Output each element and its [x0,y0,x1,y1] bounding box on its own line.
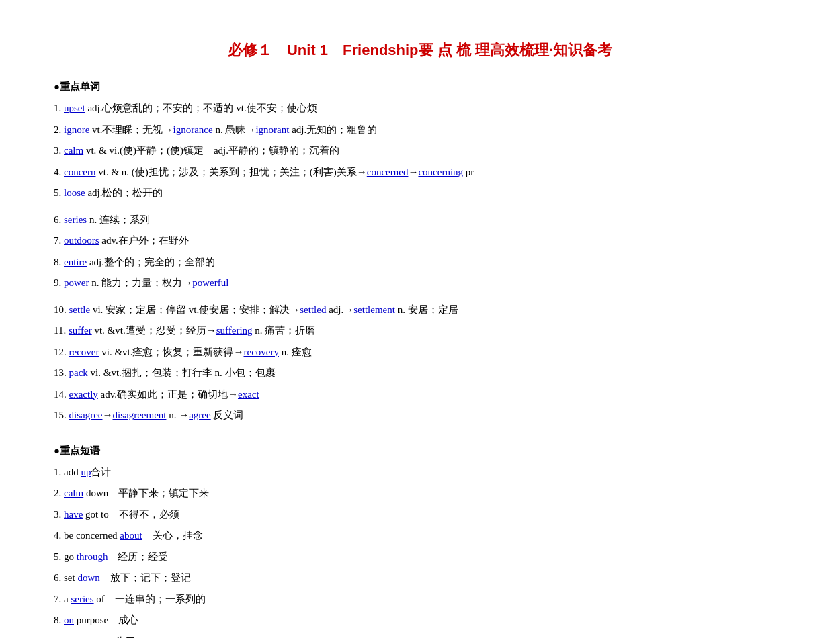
vocab-item: 5. loose adj.松的；松开的 [54,185,786,202]
vocab-word[interactable]: upset [64,103,85,113]
page-title: 必修１ Unit 1 Friendship要 点 梳 理高效梳理·知识备考 [54,40,786,60]
phrase-num: 5. [54,551,64,562]
phrase-pre: add [64,467,81,477]
vocab-deriv-sep: n. 痊愈 [279,347,312,357]
item-num: 4. [54,167,64,177]
vocab-item: 11. suffer vt. &vt.遭受；忍受；经历→suffering n.… [54,322,786,340]
vocab-item: 15. disagree→disagreement n. →agree 反义词 [54,407,786,424]
phrase-list: 1. add up合计2. calm down 平静下来；镇定下来3. have… [54,464,786,639]
vocab-word[interactable]: settle [69,304,91,315]
vocab-deriv-sep: n. 安居；定居 [395,304,458,315]
vocab-deriv[interactable]: ignorant [255,124,289,135]
vocab-item: 12. recover vi. &vt.痊愈；恢复；重新获得→recovery … [54,344,786,361]
phrase-post: 经历；经受 [108,551,168,562]
phrase-link-word[interactable]: through [77,551,108,562]
vocab-item: 9. power n. 能力；力量；权力→powerful [54,275,786,292]
phrase-link-word[interactable]: series [71,594,93,604]
item-num: 10. [54,304,69,315]
vocab-deriv[interactable]: settled [300,304,326,315]
vocab-def: vi. &vt.痊愈；恢复；重新获得→ [99,347,243,357]
vocab-deriv-sep: 反义词 [211,410,244,420]
vocab-def: vt. & n. (使)担忧；涉及；关系到；担忧；关注；(利害)关系→ [95,167,366,177]
item-num: 11. [54,325,69,336]
vocab-deriv-sep: n. → [166,410,189,420]
vocab-item: 8. entire adj.整个的；完全的；全部的 [54,254,786,271]
phrase-num: 3. [54,509,64,520]
vocab-word[interactable]: disagree [69,410,103,420]
vocab-item: 1. upset adj.心烦意乱的；不安的；不适的 vt.使不安；使心烦 [54,100,786,118]
vocab-def: adj.心烦意乱的；不安的；不适的 vt.使不安；使心烦 [85,103,317,113]
vocab-word[interactable]: power [64,277,89,288]
phrase-item: 9. in order to 为了…… [54,633,786,639]
item-num: 7. [54,235,64,246]
phrase-item: 4. be concerned about 关心，挂念 [54,527,786,545]
vocab-item: 14. exactly adv.确实如此；正是；确切地→exact [54,386,786,404]
phrase-link-word[interactable]: on [64,614,74,625]
phrase-num: 4. [54,530,64,541]
vocab-header: ●重点单词 [54,81,786,93]
vocab-def: adv.在户外；在野外 [99,235,189,246]
phrase-header: ●重点短语 [54,445,786,457]
phrase-link-word[interactable]: up [81,467,91,477]
item-num: 1. [54,103,64,113]
vocab-deriv[interactable]: exact [238,389,259,400]
vocab-word[interactable]: concern [64,167,95,177]
phrase-item: 8. on purpose 成心 [54,612,786,629]
vocab-deriv-sep: pr [463,167,474,177]
vocab-word[interactable]: suffer [69,325,92,336]
phrase-item: 5. go through 经历；经受 [54,549,786,566]
vocab-deriv[interactable]: suffering [216,325,253,336]
vocab-deriv[interactable]: powerful [192,277,228,288]
vocab-item: 3. calm vt. & vi.(使)平静；(使)镇定 adj.平静的；镇静的… [54,142,786,160]
vocab-deriv[interactable]: ignorance [173,124,213,135]
vocab-def: vi. &vt.捆扎；包装；打行李 n. 小包；包裹 [88,367,276,378]
phrase-pre: go [64,551,77,562]
phrase-post: of 一连串的；一系列的 [94,594,206,604]
vocab-deriv-sep: → [408,167,418,177]
vocab-word[interactable]: recover [69,347,99,357]
vocab-def: → [102,410,112,420]
phrase-post: to 为了…… [95,636,156,639]
phrase-pre: be concerned [64,530,120,541]
phrase-num: 1. [54,467,64,477]
vocab-item: 4. concern vt. & n. (使)担忧；涉及；关系到；担忧；关注；(… [54,164,786,181]
vocab-deriv[interactable]: concerning [418,167,463,177]
vocab-word[interactable]: ignore [64,124,89,135]
vocab-item: 7. outdoors adv.在户外；在野外 [54,232,786,250]
phrase-link-word[interactable]: order [74,636,95,639]
phrase-link-word[interactable]: calm [64,488,83,498]
item-num: 13. [54,367,69,378]
vocab-word[interactable]: series [64,214,87,225]
phrase-post: got to 不得不，必须 [83,509,179,520]
vocab-word[interactable]: pack [69,367,88,378]
item-num: 5. [54,187,64,198]
vocab-word[interactable]: exactly [69,389,98,400]
vocab-word[interactable]: loose [64,187,85,198]
vocab-deriv-sep: n. 痛苦；折磨 [253,325,316,336]
phrase-post: down 平静下来；镇定下来 [83,488,209,498]
vocab-deriv[interactable]: disagreement [112,410,166,420]
vocab-word[interactable]: calm [64,145,83,156]
vocab-def: vt.不理睬；无视→ [89,124,173,135]
vocab-deriv-sep: adj.无知的；粗鲁的 [289,124,377,135]
vocab-item: 10. settle vi. 安家；定居；停留 vt.使安居；安排；解决→set… [54,302,786,319]
phrase-num: 7. [54,594,64,604]
vocab-deriv[interactable]: recovery [243,347,278,357]
phrase-item: 7. a series of 一连串的；一系列的 [54,591,786,608]
phrase-link-word[interactable]: about [120,530,142,541]
vocab-word[interactable]: outdoors [64,235,99,246]
vocab-word[interactable]: entire [64,257,87,267]
phrase-link-word[interactable]: have [64,509,83,520]
vocab-item: 13. pack vi. &vt.捆扎；包装；打行李 n. 小包；包裹 [54,365,786,382]
vocab-list: 1. upset adj.心烦意乱的；不安的；不适的 vt.使不安；使心烦2. … [54,100,786,424]
vocab-def: adj.松的；松开的 [85,187,163,198]
vocab-deriv-sep: n. 愚昧→ [213,124,256,135]
item-num: 9. [54,277,64,288]
item-num: 3. [54,145,64,156]
phrase-link-word[interactable]: down [77,572,99,583]
vocab-deriv[interactable]: agree [189,410,210,420]
vocab-deriv[interactable]: concerned [367,167,409,177]
item-num: 8. [54,257,64,267]
phrase-post: purpose 成心 [74,614,138,625]
vocab-deriv[interactable]: settlement [353,304,395,315]
